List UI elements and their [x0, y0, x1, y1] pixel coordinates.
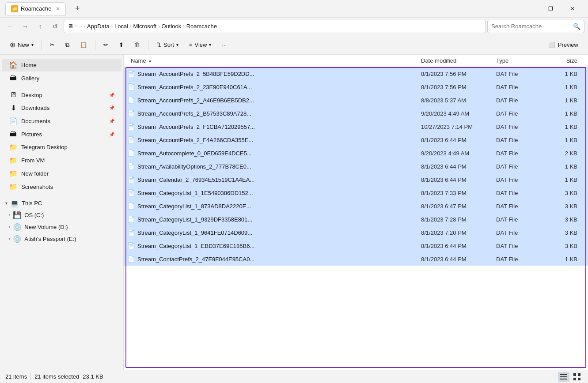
grid-view-btn[interactable]: [571, 372, 583, 382]
toolbar: ⊕ New ▾ ✂ ⧉ 📋 ✏ ⬆ 🗑 ⇅ Sort ▾ ≡ View ▾ ··…: [0, 35, 588, 55]
delete-btn[interactable]: 🗑: [130, 39, 144, 50]
pictures-label: Pictures: [21, 131, 106, 138]
file-name: Stream_AccountPrefs_2_5B48BFE59D2DD...: [137, 71, 421, 77]
drive-c-icon: 💾: [13, 211, 22, 219]
file-size: 1 KB: [549, 110, 584, 117]
sidebar-item-telegram[interactable]: 📁 Telegram Desktop: [2, 141, 121, 154]
table-row[interactable]: 📄 Stream_AccountPrefs_2_F1CBA712029557..…: [124, 120, 588, 133]
list-view-icon: [560, 373, 567, 380]
sidebar-drive-e[interactable]: › 💿 Atish's Passport (E:): [0, 233, 123, 245]
table-row[interactable]: 📄 Stream_CategoryList_1_EBD37E69E185B6..…: [124, 239, 588, 252]
paste-btn[interactable]: 📋: [76, 39, 91, 50]
file-icon: 📄: [127, 255, 135, 263]
table-row[interactable]: 📄 Stream_CategoryList_1_9329DF3358E801..…: [124, 213, 588, 226]
file-name: Stream_AccountPrefs_2_A46E9B6EB5DB2...: [137, 97, 421, 104]
col-name-header[interactable]: Name ▲: [127, 57, 421, 64]
sidebar-item-newfolder[interactable]: 📁 New folder: [2, 167, 121, 180]
new-btn[interactable]: ⊕ New ▾: [5, 38, 38, 51]
drive-c-label: OS (C:): [24, 212, 44, 218]
sort-btn[interactable]: ⇅ Sort ▾: [152, 39, 183, 50]
up-btn[interactable]: ↑: [34, 20, 47, 33]
table-row[interactable]: 📄 Stream_Calendar_2_76934E51519C1A4EA...…: [124, 173, 588, 186]
file-type: DAT File: [496, 137, 549, 143]
file-icon: 📄: [127, 83, 135, 90]
breadcrumb-roamcache[interactable]: Roamcache: [186, 23, 217, 30]
cut-btn[interactable]: ✂: [46, 39, 59, 50]
forward-btn[interactable]: →: [19, 20, 32, 33]
new-tab-btn[interactable]: +: [71, 3, 83, 15]
share-btn[interactable]: ⬆: [114, 39, 128, 50]
breadcrumb-outlook[interactable]: Outlook: [161, 23, 181, 30]
sidebar-this-pc[interactable]: ▾ 💻 This PC: [0, 197, 123, 209]
file-icon: 📄: [127, 163, 135, 170]
col-date-header[interactable]: Date modified: [421, 57, 496, 64]
list-view-btn[interactable]: [558, 372, 569, 382]
file-type: DAT File: [496, 203, 549, 210]
file-type: DAT File: [496, 71, 549, 77]
search-input[interactable]: [491, 23, 571, 30]
rename-btn[interactable]: ✏: [99, 39, 113, 50]
breadcrumb-local[interactable]: Local: [114, 23, 128, 30]
sidebar-item-gallery[interactable]: 🏔 Gallery: [2, 72, 121, 84]
sidebar-drive-c[interactable]: › 💾 OS (C:): [0, 209, 123, 221]
drive-c-arrow: ›: [9, 213, 10, 218]
file-type: DAT File: [496, 229, 549, 236]
table-row[interactable]: 📄 Stream_CategoryList_1_9641FE0714D609..…: [124, 226, 588, 239]
pictures-pin: 📌: [109, 132, 114, 137]
file-icon: 📄: [127, 70, 135, 77]
file-size: 3 KB: [549, 216, 584, 223]
table-row[interactable]: 📄 Stream_AccountPrefs_2_23E90E940C61A...…: [124, 80, 588, 94]
sidebar-drive-d[interactable]: › 💿 New Volume (D:): [0, 221, 123, 233]
table-row[interactable]: 📄 Stream_Autocomplete_0_0ED659E4DCE5... …: [124, 146, 588, 160]
col-size-header[interactable]: Size: [549, 57, 584, 64]
minimize-btn[interactable]: –: [518, 2, 539, 15]
search-bar[interactable]: 🔍: [487, 20, 584, 33]
sort-arrow: ▲: [148, 58, 152, 63]
sidebar-item-pictures[interactable]: 🏔 Pictures 📌: [2, 128, 121, 140]
breadcrumb-more[interactable]: ···: [78, 24, 82, 29]
file-size: 1 KB: [549, 71, 584, 77]
table-row[interactable]: 📄 Stream_AccountPrefs_2_A46E9B6EB5DB2...…: [124, 94, 588, 107]
file-date: 8/1/2023 7:56 PM: [421, 71, 496, 77]
table-row[interactable]: 📄 Stream_AccountPrefs_2_5B48BFE59D2DD...…: [124, 67, 588, 80]
breadcrumb[interactable]: 🖥 › ··· › AppData › Local › Microsoft › …: [64, 20, 486, 33]
file-icon: 📄: [127, 110, 135, 117]
sidebar-item-desktop[interactable]: 🖥 Desktop 📌: [2, 89, 121, 101]
tab-close-btn[interactable]: ✕: [56, 6, 60, 12]
file-header: Name ▲ Date modified Type Size: [124, 55, 588, 67]
file-date: 8/1/2023 6:44 PM: [421, 176, 496, 183]
file-size: 3 KB: [549, 229, 584, 236]
table-row[interactable]: 📄 Stream_ContactPrefs_2_47E9F044E95CA0..…: [124, 252, 588, 266]
view-btn[interactable]: ≡ View ▾: [185, 39, 216, 50]
breadcrumb-this-pc[interactable]: 🖥: [68, 23, 73, 30]
breadcrumb-appdata[interactable]: AppData: [87, 23, 110, 30]
maximize-btn[interactable]: ❐: [540, 2, 561, 15]
active-tab[interactable]: 📁 Roamcache ✕: [5, 2, 66, 15]
table-row[interactable]: 📄 Stream_CategoryList_1_1E5490386DD152..…: [124, 186, 588, 199]
file-date: 8/8/2023 5:37 AM: [421, 97, 496, 104]
table-row[interactable]: 📄 Stream_CategoryList_1_873AD8DA2220E...…: [124, 199, 588, 213]
file-type: DAT File: [496, 84, 549, 90]
sidebar-item-home[interactable]: 🏠 Home: [2, 59, 121, 71]
sidebar-item-fromvm[interactable]: 📁 From VM: [2, 154, 121, 167]
close-btn[interactable]: ✕: [562, 2, 583, 15]
gallery-label: Gallery: [21, 75, 114, 82]
refresh-btn[interactable]: ↺: [49, 20, 62, 33]
table-row[interactable]: 📄 Stream_AvailabilityOptions_2_777B78CE0…: [124, 160, 588, 173]
fromvm-label: From VM: [21, 157, 114, 164]
more-options-btn[interactable]: ···: [217, 39, 231, 50]
breadcrumb-microsoft[interactable]: Microsoft: [133, 23, 156, 30]
back-btn[interactable]: ←: [4, 20, 17, 33]
preview-btn[interactable]: ⬜ Preview: [544, 39, 583, 50]
table-row[interactable]: 📄 Stream_AccountPrefs_2_B57533C89A728...…: [124, 107, 588, 120]
sidebar-item-screenshots[interactable]: 📁 Screenshots: [2, 180, 121, 193]
new-chevron: ▾: [31, 42, 34, 47]
copy-btn[interactable]: ⧉: [61, 39, 74, 51]
sidebar-item-downloads[interactable]: ⬇ Downloads 📌: [2, 101, 121, 114]
col-type-header[interactable]: Type: [496, 57, 549, 64]
table-row[interactable]: 📄 Stream_AccountPrefs_2_F4A266CDA355E...…: [124, 133, 588, 146]
sidebar-item-documents[interactable]: 📄 Documents 📌: [2, 115, 121, 128]
file-icon: 📄: [127, 189, 135, 196]
file-name: Stream_Autocomplete_0_0ED659E4DCE5...: [137, 150, 421, 157]
view-icon: ≡: [189, 41, 193, 48]
